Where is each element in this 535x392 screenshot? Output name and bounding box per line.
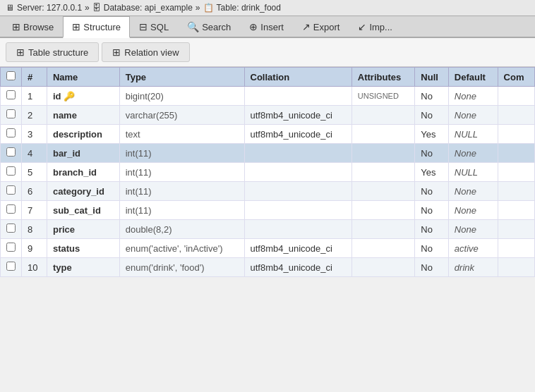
cell-num: 8 <box>22 220 47 239</box>
cell-comment <box>498 201 534 220</box>
subtab-label-table-structure: Table structure <box>28 47 88 58</box>
cell-attributes <box>351 258 415 277</box>
tab-search[interactable]: 🔍Search <box>178 16 240 37</box>
cell-num: 6 <box>22 182 47 201</box>
cell-name: category_id <box>47 182 119 201</box>
tab-insert[interactable]: ⊕Insert <box>240 16 293 37</box>
row-checkbox-cell[interactable] <box>1 258 22 277</box>
row-checkbox-cell[interactable] <box>1 144 22 163</box>
row-checkbox-7[interactable] <box>6 223 16 233</box>
cell-attributes <box>351 182 415 201</box>
cell-num: 4 <box>22 144 47 163</box>
key-icon: 🔑 <box>64 91 75 102</box>
cell-collation <box>244 220 351 239</box>
row-checkbox-1[interactable] <box>6 109 16 118</box>
cell-default: NULL <box>448 125 498 144</box>
cell-null: No <box>415 87 448 106</box>
cell-name: branch_id <box>47 163 119 182</box>
subtab-relation-view[interactable]: ⊞Relation view <box>102 42 189 62</box>
row-checkbox-4[interactable] <box>6 166 16 176</box>
table-row: 9 status enum('active', 'inActive') utf8… <box>1 239 535 258</box>
header-collation: Collation <box>244 68 351 87</box>
cell-collation <box>244 201 351 220</box>
cell-num: 10 <box>22 258 47 277</box>
subtab-bar: ⊞Table structure⊞Relation view <box>0 38 535 67</box>
browse-icon: ⊞ <box>12 21 20 32</box>
tab-sql[interactable]: ⊟SQL <box>130 16 178 37</box>
cell-attributes <box>351 144 415 163</box>
header-num: # <box>22 68 47 87</box>
cell-attributes <box>351 220 415 239</box>
tab-label-import: Imp... <box>369 22 392 32</box>
cell-type: varchar(255) <box>119 106 244 125</box>
table-wrapper: # Name Type Collation Attributes Null De… <box>0 67 535 277</box>
cell-comment <box>498 220 534 239</box>
database-icon: 🗄 <box>92 3 101 13</box>
row-checkbox-cell[interactable] <box>1 182 22 201</box>
cell-default: active <box>448 239 498 258</box>
table-row: 6 category_id int(11) No None <box>1 182 535 201</box>
cell-comment <box>498 182 534 201</box>
row-checkbox-9[interactable] <box>6 262 16 271</box>
subtab-table-structure[interactable]: ⊞Table structure <box>6 42 99 62</box>
sql-icon: ⊟ <box>139 21 148 32</box>
subtab-label-relation-view: Relation view <box>124 47 179 58</box>
row-checkbox-8[interactable] <box>6 243 16 252</box>
tab-label-sql: SQL <box>150 22 169 32</box>
cell-null: No <box>415 220 448 239</box>
cell-default: NULL <box>448 163 498 182</box>
row-checkbox-cell[interactable] <box>1 220 22 239</box>
tab-browse[interactable]: ⊞Browse <box>3 16 63 37</box>
cell-collation: utf8mb4_unicode_ci <box>244 125 351 144</box>
sep2: » <box>196 3 200 13</box>
cell-type: double(8,2) <box>119 220 244 239</box>
cell-comment <box>498 106 534 125</box>
cell-num: 1 <box>22 87 47 106</box>
cell-attributes <box>351 106 415 125</box>
export-icon: ↗ <box>302 21 311 32</box>
cell-comment <box>498 163 534 182</box>
cell-comment <box>498 144 534 163</box>
structure-icon: ⊞ <box>72 21 80 32</box>
cell-attributes <box>351 125 415 144</box>
header-checkbox[interactable] <box>1 68 22 87</box>
cell-type: int(11) <box>119 144 244 163</box>
row-checkbox-5[interactable] <box>6 185 16 195</box>
row-checkbox-2[interactable] <box>6 128 16 137</box>
row-checkbox-cell[interactable] <box>1 87 22 106</box>
tab-structure[interactable]: ⊞Structure <box>63 16 130 38</box>
cell-type: text <box>119 125 244 144</box>
title-bar: 🖥 Server: 127.0.0.1 » 🗄 Database: api_ex… <box>0 0 535 16</box>
cell-name: id 🔑 <box>47 87 119 106</box>
cell-null: Yes <box>415 163 448 182</box>
cell-default: None <box>448 144 498 163</box>
row-checkbox-cell[interactable] <box>1 201 22 220</box>
cell-name: sub_cat_id <box>47 201 119 220</box>
import-icon: ↙ <box>358 21 366 32</box>
cell-comment <box>498 239 534 258</box>
cell-type: int(11) <box>119 182 244 201</box>
row-checkbox-3[interactable] <box>6 147 16 157</box>
row-checkbox-0[interactable] <box>6 90 16 99</box>
table-row: 7 sub_cat_id int(11) No None <box>1 201 535 220</box>
row-checkbox-cell[interactable] <box>1 106 22 125</box>
cell-default: None <box>448 87 498 106</box>
cell-collation <box>244 163 351 182</box>
cell-default: None <box>448 201 498 220</box>
tab-bar: ⊞Browse⊞Structure⊟SQL🔍Search⊕Insert↗Expo… <box>0 16 535 38</box>
header-type: Type <box>119 68 244 87</box>
cell-default: None <box>448 220 498 239</box>
tab-export[interactable]: ↗Export <box>293 16 349 37</box>
server-icon: 🖥 <box>6 3 14 13</box>
header-name: Name <box>47 68 119 87</box>
database-label: Database: api_example <box>104 3 193 13</box>
table-row: 3 description text utf8mb4_unicode_ci Ye… <box>1 125 535 144</box>
select-all-checkbox[interactable] <box>6 71 16 80</box>
row-checkbox-cell[interactable] <box>1 239 22 258</box>
row-checkbox-cell[interactable] <box>1 125 22 144</box>
structure-table: # Name Type Collation Attributes Null De… <box>0 67 535 277</box>
tab-import[interactable]: ↙Imp... <box>349 16 402 37</box>
cell-num: 2 <box>22 106 47 125</box>
row-checkbox-6[interactable] <box>6 204 16 214</box>
row-checkbox-cell[interactable] <box>1 163 22 182</box>
